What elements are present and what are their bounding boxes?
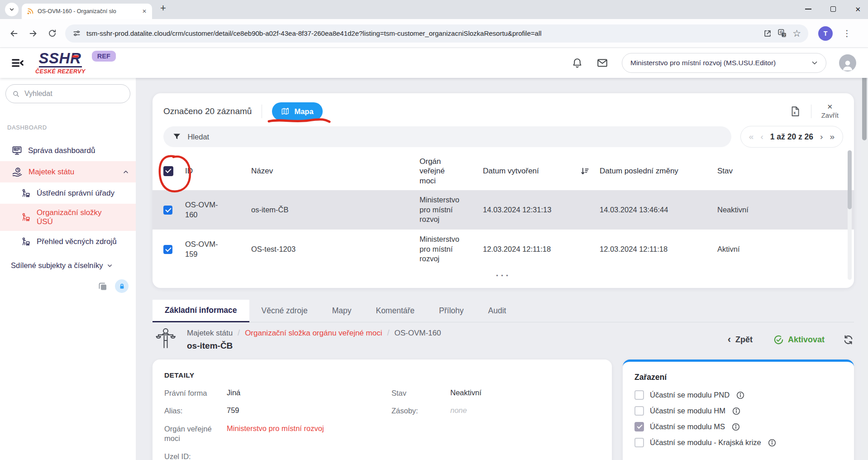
window-minimize-icon[interactable] bbox=[805, 9, 811, 10]
site-settings-tune-icon[interactable] bbox=[72, 29, 81, 38]
hand-asset-icon bbox=[12, 167, 23, 177]
tab-mapy[interactable]: Mapy bbox=[320, 300, 364, 322]
tab-prilohy[interactable]: Přílohy bbox=[427, 300, 476, 322]
sidebar-item-sdilene-subjekty[interactable]: Sdílené subjekty a číselníky bbox=[0, 259, 136, 272]
back-button[interactable] bbox=[6, 26, 22, 41]
browser-profile-avatar[interactable]: T bbox=[818, 26, 833, 41]
table-header-row: ID Název Orgán veřejné moci Datum vytvoř… bbox=[153, 152, 854, 190]
table-search-input[interactable] bbox=[187, 133, 722, 141]
row-checkbox[interactable] bbox=[163, 245, 172, 254]
filter-funnel-icon bbox=[172, 132, 181, 141]
layers-copy-icon[interactable] bbox=[97, 281, 108, 292]
sidebar-item-sprava-dashboardu[interactable]: Správa dashboardů bbox=[0, 140, 136, 161]
open-in-new-icon[interactable] bbox=[763, 29, 772, 38]
table-scrollbar[interactable] bbox=[848, 150, 852, 280]
map-button[interactable]: Mapa bbox=[272, 102, 322, 120]
column-header-nazev[interactable]: Název bbox=[251, 167, 420, 176]
cell-datum-posledni-zmeny: 12.03.2024 12:11:18 bbox=[600, 244, 717, 254]
back-arrow-icon bbox=[9, 29, 19, 38]
window-close-icon[interactable]: ✕ bbox=[855, 6, 861, 13]
export-excel-button[interactable]: x bbox=[789, 105, 801, 117]
field-value-link[interactable]: Ministerstvo pro místní rozvoj bbox=[227, 424, 386, 433]
browser-menu-kebab-icon[interactable]: ⋮ bbox=[843, 28, 851, 38]
activate-label: Aktivovat bbox=[788, 335, 825, 345]
chevron-up-icon[interactable] bbox=[122, 168, 129, 176]
tab-search-chevron-button[interactable] bbox=[5, 3, 19, 16]
sidebar-item-label: Správa dashboardů bbox=[28, 146, 95, 155]
info-icon[interactable] bbox=[732, 407, 740, 415]
org-scales-icon bbox=[153, 327, 178, 352]
user-avatar[interactable] bbox=[839, 54, 856, 72]
bookmark-star-icon[interactable]: ☆ bbox=[792, 29, 801, 38]
pagination-first-icon[interactable]: « bbox=[749, 132, 754, 142]
column-header-id[interactable]: ID bbox=[185, 167, 251, 176]
breadcrumb-item[interactable]: Organizační složka orgánu veřejné moci bbox=[245, 329, 382, 338]
info-icon[interactable] bbox=[768, 439, 776, 447]
tab-komentare[interactable]: Komentáře bbox=[363, 300, 427, 322]
new-tab-button[interactable]: + bbox=[160, 3, 166, 16]
page-scrollbar[interactable] bbox=[861, 48, 868, 460]
table-search[interactable] bbox=[163, 126, 731, 147]
sidebar-footer-icons bbox=[0, 279, 136, 293]
sidebar-search-input[interactable] bbox=[24, 90, 124, 98]
sort-descending-icon[interactable] bbox=[580, 166, 600, 176]
external-link-icon bbox=[763, 29, 772, 38]
sshr-logo[interactable]: SSHR ČESKÉ REZERVY bbox=[35, 51, 86, 74]
row-checkbox[interactable] bbox=[163, 206, 172, 215]
back-button[interactable]: ‹ Zpět bbox=[728, 335, 753, 345]
forward-button[interactable] bbox=[25, 26, 41, 41]
detail-panels: DETAILY Právní forma Jiná Stav Neaktivní… bbox=[153, 359, 854, 460]
notifications-bell-button[interactable] bbox=[572, 58, 583, 69]
pagination-last-icon[interactable]: » bbox=[830, 132, 835, 142]
column-header-datum-posledni-zmeny[interactable]: Datum poslední změny bbox=[600, 167, 717, 176]
browser-tab[interactable]: OS-OVM-160 - Organizační slo ✕ bbox=[22, 4, 152, 19]
module-hm-checkbox[interactable] bbox=[634, 406, 644, 416]
table-row[interactable]: OS-OVM-160 os-item-ČB Ministerstvo pro m… bbox=[153, 190, 854, 230]
url-text[interactable]: tsm-sshr-prod.datalite.cloud/crm/custome… bbox=[86, 29, 758, 37]
pagination-range-label: 1 až 20 z 26 bbox=[770, 132, 813, 142]
sidebar-search[interactable] bbox=[5, 84, 130, 103]
tab-close-icon[interactable]: ✕ bbox=[141, 8, 148, 14]
translate-icon[interactable]: G文 bbox=[777, 29, 787, 38]
table-row[interactable]: OS-OVM-159 OS-test-1203 Ministerstvo pro… bbox=[153, 230, 854, 269]
module-option-label: Účastní se modulu HM bbox=[650, 407, 725, 415]
sidebar-item-prehled-vecnych-zdroju[interactable]: Přehled věcných zdrojů bbox=[0, 231, 136, 252]
sidebar-collapse-button[interactable] bbox=[11, 56, 24, 70]
breadcrumb-item[interactable]: Majetek státu bbox=[187, 329, 233, 338]
pagination-prev-icon[interactable]: ‹ bbox=[760, 132, 763, 142]
more-rows-indicator[interactable]: ··· bbox=[153, 269, 854, 284]
info-icon[interactable] bbox=[736, 391, 744, 399]
column-header-organ[interactable]: Orgán veřejné moci bbox=[420, 157, 483, 186]
table-scrollbar-thumb[interactable] bbox=[848, 150, 852, 209]
module-option-krajska-krize: Účastní se modulu - Krajská krize bbox=[634, 438, 842, 447]
field-label: Zásoby: bbox=[391, 406, 445, 416]
pagination-next-icon[interactable]: › bbox=[820, 132, 823, 142]
breadcrumb-item[interactable]: OS-OVM-160 bbox=[394, 329, 441, 338]
cell-datum-vytvoreni: 14.03.2024 12:31:13 bbox=[483, 205, 580, 215]
lock-button[interactable] bbox=[115, 279, 129, 293]
sidebar-item-majetek-statu[interactable]: Majetek státu bbox=[0, 161, 136, 182]
messages-button[interactable] bbox=[596, 57, 608, 69]
sidebar: DASHBOARD Správa dashboardů Majetek stát… bbox=[0, 78, 136, 460]
close-label: Zavřít bbox=[821, 111, 839, 120]
module-ms-checkbox[interactable] bbox=[634, 422, 644, 431]
sidebar-item-organizacni-slozky-usu[interactable]: Organizační složky ÚSÚ bbox=[0, 204, 136, 231]
record-title: os-item-ČB bbox=[187, 341, 441, 351]
window-maximize-icon[interactable] bbox=[830, 6, 836, 12]
column-header-datum-vytvoreni[interactable]: Datum vytvoření bbox=[483, 167, 580, 176]
tab-vecne-zdroje[interactable]: Věcné zdroje bbox=[249, 300, 320, 322]
module-pnd-checkbox[interactable] bbox=[634, 390, 644, 400]
context-role-select[interactable]: Ministerstvo pro místní rozvoj (MS.USU.E… bbox=[622, 53, 826, 73]
select-all-checkbox[interactable] bbox=[163, 166, 173, 176]
refresh-button[interactable] bbox=[843, 334, 854, 345]
info-icon[interactable] bbox=[732, 423, 740, 431]
sidebar-item-ustredni-spravni-urady[interactable]: Ústřední správní úřady bbox=[0, 182, 136, 204]
module-krajska-krize-checkbox[interactable] bbox=[634, 438, 644, 447]
reload-button[interactable] bbox=[44, 26, 60, 41]
close-listing-button[interactable]: ✕ Zavřít bbox=[821, 103, 839, 120]
tab-zakladni-informace[interactable]: Základní informace bbox=[153, 300, 249, 322]
address-bar[interactable]: tsm-sshr-prod.datalite.cloud/crm/custome… bbox=[65, 24, 808, 43]
tab-audit[interactable]: Audit bbox=[476, 300, 519, 322]
column-header-stav[interactable]: Stav bbox=[717, 167, 843, 176]
activate-button[interactable]: Aktivovat bbox=[773, 335, 825, 345]
